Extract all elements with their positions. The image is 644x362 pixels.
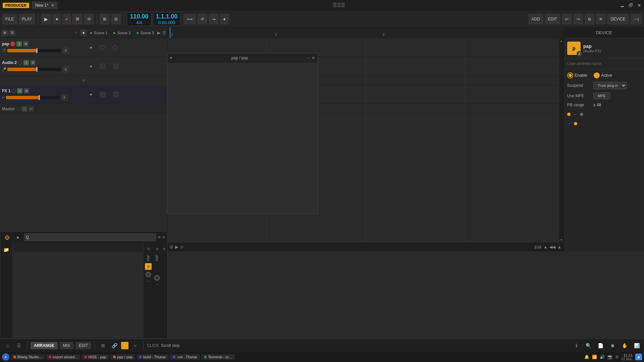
scene-1-btn[interactable]: ▶ Scene 1	[88, 30, 110, 36]
device-icon[interactable]: p 2	[567, 42, 581, 55]
taskbar-app-icon[interactable]: ✦	[2, 353, 9, 361]
track-fader-pap[interactable]	[7, 49, 61, 52]
position-section[interactable]: 1.1.1.00 0:00.000	[153, 12, 181, 26]
enable-button[interactable]: Enable	[567, 72, 587, 78]
arrange-step-up[interactable]: ▲	[543, 245, 547, 249]
track-mute-master[interactable]: M	[29, 106, 34, 112]
bp-add-icon[interactable]: +	[162, 234, 165, 240]
track-record-pap[interactable]	[10, 42, 15, 46]
track-cell-launch-pap[interactable]: ■	[90, 46, 92, 49]
mpe-button[interactable]: MPE	[593, 93, 610, 99]
stop-button[interactable]: ■	[52, 14, 61, 24]
minimize-icon[interactable]: 🗕	[620, 3, 625, 8]
scene-launch-all[interactable]: ■	[80, 29, 87, 36]
taskbar-terminal[interactable]: Terminal - oc...	[201, 354, 235, 360]
play-label-button[interactable]: PLAY	[18, 14, 35, 24]
arrange-clip-icon[interactable]: ⊙	[180, 245, 183, 249]
track-rec-master[interactable]	[16, 107, 20, 111]
scene-list-icon[interactable]: ☰	[162, 31, 166, 35]
arrange-step-prev[interactable]: ◀◀	[549, 245, 555, 249]
taskbar-build[interactable]: build - Thunar	[137, 354, 169, 360]
plugin-minimize-icon[interactable]: –	[307, 56, 310, 60]
track-fader-fx1[interactable]	[6, 96, 60, 99]
track-mute-pap[interactable]: M	[23, 41, 29, 47]
bp-add-track-1-icon[interactable]: +	[147, 246, 150, 253]
plugin-close-icon[interactable]: ✕	[312, 56, 315, 60]
track-solo-pap[interactable]: S	[16, 41, 22, 47]
track-solo-master[interactable]: S	[22, 106, 27, 112]
scroll-down-icon[interactable]: ▼	[559, 237, 564, 242]
taskbar-pap[interactable]: pap / pap	[110, 354, 135, 360]
track-mute-audio2[interactable]: M	[30, 60, 36, 65]
plugin-menu-icon[interactable]: ▾	[170, 56, 172, 60]
arrange-grid-icon[interactable]: ⊞	[170, 245, 173, 249]
taskbar-sys-screenshot[interactable]: 📸	[607, 355, 612, 359]
bp-power-icon[interactable]: ⏻	[2, 233, 12, 242]
suspend-dropdown[interactable]: Trust plug-in	[593, 82, 627, 89]
bp-sidebar-folder-icon[interactable]: 📁	[2, 245, 11, 254]
taskbar-sys-notifications[interactable]: 🔔	[584, 355, 589, 359]
status-icon-link[interactable]: 🔗	[110, 341, 119, 350]
edit-mode-btn[interactable]: EDIT	[75, 342, 91, 349]
status-hand-icon[interactable]: ✋	[620, 341, 629, 350]
track-menu-pap[interactable]: ≡	[62, 47, 69, 54]
arrange-scrollbar-v[interactable]: ▲ ▼	[559, 38, 564, 242]
position-display[interactable]: 1.1.1.00 0:00.000	[156, 13, 178, 25]
device-user-name[interactable]: User-defined name	[564, 59, 644, 69]
add-track-row[interactable]: +	[0, 76, 167, 85]
bp-device-icon[interactable]: ●	[13, 233, 22, 242]
follow-button[interactable]: ↝	[209, 14, 219, 24]
track-menu-fx1[interactable]: ≡	[61, 94, 68, 101]
track-menu-audio2[interactable]: ≡	[62, 66, 69, 73]
bp-add-track-2-icon[interactable]: +	[155, 246, 159, 253]
tab-close-icon[interactable]: ✕	[51, 3, 54, 8]
bp-device-box-1[interactable]: p	[145, 263, 152, 270]
delete-button[interactable]: ✕	[596, 14, 606, 24]
midi-button[interactable]: ⌘	[72, 14, 83, 24]
track-rec-audio2[interactable]	[18, 61, 22, 65]
arrange-mode-btn[interactable]: ARRANGE	[31, 342, 58, 349]
scene-2-btn[interactable]: ▶ Scene 2	[111, 30, 133, 36]
copy-button[interactable]: ⧉	[585, 14, 594, 24]
status-meter-icon[interactable]: 📊	[632, 341, 641, 350]
tab-new1[interactable]: New 1* ✕	[32, 2, 58, 9]
nudge-button[interactable]: ⟺	[183, 14, 196, 24]
track-cell-1-fx1[interactable]	[100, 92, 105, 97]
arrange-play-icon[interactable]: ▶	[175, 245, 178, 249]
tempo-display[interactable]: 110.00 4/4	[130, 13, 148, 25]
status-info-icon[interactable]: ℹ	[572, 341, 581, 350]
arrange-step-next[interactable]: ▲	[557, 245, 561, 249]
close-icon[interactable]: ✕	[637, 3, 641, 8]
taskbar-vst[interactable]: .vst - Thunar	[170, 354, 200, 360]
taskbar-indicator[interactable]: ■	[635, 354, 642, 360]
status-icon-home[interactable]: ⌂	[3, 341, 12, 350]
edit-button[interactable]: EDIT	[545, 14, 560, 24]
status-icon-list[interactable]: ☰	[14, 341, 23, 350]
track-cell-1-pap[interactable]	[100, 45, 105, 50]
automation-button[interactable]: ⟲	[84, 14, 94, 24]
tempo-section[interactable]: 110.00 4/4	[127, 12, 151, 26]
scene-3-btn[interactable]: ▶ Scene 3	[134, 30, 157, 36]
scroll-track[interactable]	[559, 43, 564, 237]
bp-search-close-icon[interactable]: ✕	[158, 235, 161, 240]
scroll-up-icon[interactable]: ▲	[559, 38, 564, 43]
list-toggle[interactable]: ☰	[9, 29, 15, 36]
file-button[interactable]: FILE	[2, 14, 17, 24]
metronome-button[interactable]: ●	[220, 14, 229, 24]
taskbar-export[interactable]: export wizard...	[46, 354, 80, 360]
track-cell-launch-audio2[interactable]: ■	[90, 64, 92, 68]
track-cell-2-audio2[interactable]	[113, 64, 119, 69]
bp-knob-2[interactable]	[154, 275, 160, 281]
status-search-icon[interactable]: 🔍	[584, 341, 593, 350]
track-fader-audio2[interactable]	[7, 68, 61, 71]
taskbar-bitwig[interactable]: Bitwig Studio...	[11, 354, 45, 360]
track-cell-2-fx1[interactable]	[113, 92, 119, 97]
track-mute-fx1[interactable]: M	[24, 88, 29, 94]
status-file-icon[interactable]: 📄	[596, 341, 605, 350]
bp-search[interactable]: Q	[24, 233, 156, 241]
active-button[interactable]: Active	[594, 72, 612, 78]
taskbar-sys-settings[interactable]: ⚙	[615, 355, 619, 359]
add-button[interactable]: ADD	[528, 14, 543, 24]
bp-search-input[interactable]	[30, 235, 154, 239]
scene-more-icon[interactable]: ▶	[157, 31, 160, 35]
